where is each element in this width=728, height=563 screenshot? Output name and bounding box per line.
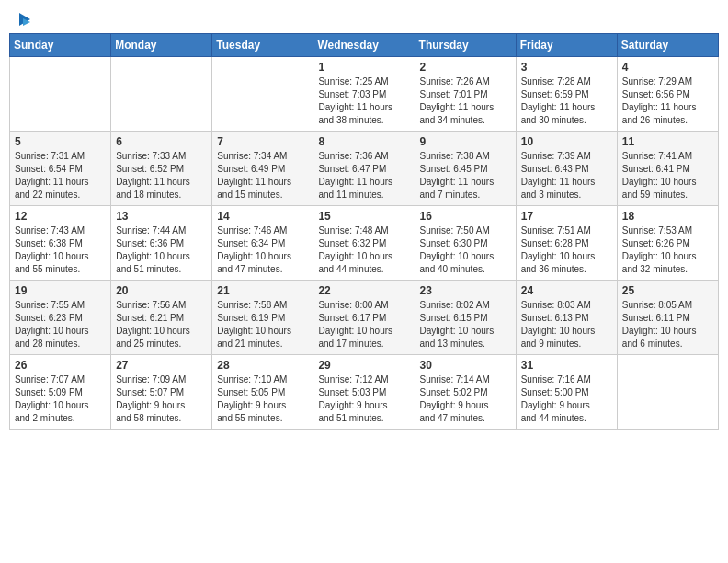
- day-detail: Sunrise: 7:25 AM Sunset: 7:03 PM Dayligh…: [318, 75, 409, 127]
- day-number: 21: [217, 284, 308, 297]
- day-detail: Sunrise: 7:48 AM Sunset: 6:32 PM Dayligh…: [318, 224, 409, 276]
- day-number: 4: [622, 61, 713, 74]
- day-detail: Sunrise: 7:58 AM Sunset: 6:19 PM Dayligh…: [217, 299, 308, 350]
- day-detail: Sunrise: 8:02 AM Sunset: 6:15 PM Dayligh…: [420, 299, 511, 350]
- calendar-cell: [212, 57, 313, 132]
- calendar-cell: 6Sunrise: 7:33 AM Sunset: 6:52 PM Daylig…: [111, 132, 212, 206]
- calendar-cell: [111, 57, 212, 132]
- weekday-header: Sunday: [10, 34, 111, 57]
- calendar-cell: 13Sunrise: 7:44 AM Sunset: 6:36 PM Dayli…: [111, 206, 212, 281]
- calendar-cell: 23Sunrise: 8:02 AM Sunset: 6:15 PM Dayli…: [415, 281, 516, 355]
- day-detail: Sunrise: 7:43 AM Sunset: 6:38 PM Dayligh…: [15, 224, 106, 276]
- day-detail: Sunrise: 7:14 AM Sunset: 5:02 PM Dayligh…: [420, 373, 511, 425]
- calendar-cell: 30Sunrise: 7:14 AM Sunset: 5:02 PM Dayli…: [415, 355, 516, 430]
- day-number: 6: [116, 135, 207, 148]
- calendar-week-row: 19Sunrise: 7:55 AM Sunset: 6:23 PM Dayli…: [10, 281, 719, 355]
- day-number: 14: [217, 210, 308, 223]
- day-number: 22: [318, 284, 409, 297]
- day-number: 1: [318, 61, 409, 74]
- day-detail: Sunrise: 7:39 AM Sunset: 6:43 PM Dayligh…: [521, 150, 612, 201]
- logo: [13, 9, 34, 26]
- day-number: 30: [420, 359, 511, 372]
- calendar-cell: 3Sunrise: 7:28 AM Sunset: 6:59 PM Daylig…: [516, 57, 617, 132]
- calendar-cell: 25Sunrise: 8:05 AM Sunset: 6:11 PM Dayli…: [617, 281, 718, 355]
- calendar-cell: 10Sunrise: 7:39 AM Sunset: 6:43 PM Dayli…: [516, 132, 617, 206]
- calendar-cell: 28Sunrise: 7:10 AM Sunset: 5:05 PM Dayli…: [212, 355, 313, 430]
- day-detail: Sunrise: 7:26 AM Sunset: 7:01 PM Dayligh…: [420, 75, 511, 127]
- calendar-cell: 26Sunrise: 7:07 AM Sunset: 5:09 PM Dayli…: [10, 355, 111, 430]
- day-number: 16: [420, 210, 511, 223]
- calendar-cell: 29Sunrise: 7:12 AM Sunset: 5:03 PM Dayli…: [313, 355, 415, 430]
- calendar-cell: 7Sunrise: 7:34 AM Sunset: 6:49 PM Daylig…: [212, 132, 313, 206]
- weekday-header: Wednesday: [313, 34, 415, 57]
- day-number: 17: [521, 210, 612, 223]
- calendar-cell: 20Sunrise: 7:56 AM Sunset: 6:21 PM Dayli…: [111, 281, 212, 355]
- day-detail: Sunrise: 7:29 AM Sunset: 6:56 PM Dayligh…: [622, 75, 713, 127]
- day-detail: Sunrise: 7:31 AM Sunset: 6:54 PM Dayligh…: [15, 150, 106, 201]
- logo-icon: [14, 9, 34, 29]
- day-detail: Sunrise: 7:07 AM Sunset: 5:09 PM Dayligh…: [15, 373, 106, 425]
- page-header: [9, 9, 719, 26]
- calendar-cell: 21Sunrise: 7:58 AM Sunset: 6:19 PM Dayli…: [212, 281, 313, 355]
- day-detail: Sunrise: 7:46 AM Sunset: 6:34 PM Dayligh…: [217, 224, 308, 276]
- day-detail: Sunrise: 7:10 AM Sunset: 5:05 PM Dayligh…: [217, 373, 308, 425]
- day-detail: Sunrise: 7:09 AM Sunset: 5:07 PM Dayligh…: [116, 373, 207, 425]
- day-number: 18: [622, 210, 713, 223]
- day-detail: Sunrise: 7:33 AM Sunset: 6:52 PM Dayligh…: [116, 150, 207, 201]
- day-detail: Sunrise: 7:50 AM Sunset: 6:30 PM Dayligh…: [420, 224, 511, 276]
- day-number: 23: [420, 284, 511, 297]
- day-detail: Sunrise: 7:55 AM Sunset: 6:23 PM Dayligh…: [15, 299, 106, 350]
- day-detail: Sunrise: 7:41 AM Sunset: 6:41 PM Dayligh…: [622, 150, 713, 201]
- day-number: 20: [116, 284, 207, 297]
- calendar-cell: 2Sunrise: 7:26 AM Sunset: 7:01 PM Daylig…: [415, 57, 516, 132]
- calendar-cell: 9Sunrise: 7:38 AM Sunset: 6:45 PM Daylig…: [415, 132, 516, 206]
- day-number: 10: [521, 135, 612, 148]
- calendar-cell: 4Sunrise: 7:29 AM Sunset: 6:56 PM Daylig…: [617, 57, 718, 132]
- day-number: 7: [217, 135, 308, 148]
- calendar-cell: 27Sunrise: 7:09 AM Sunset: 5:07 PM Dayli…: [111, 355, 212, 430]
- day-number: 24: [521, 284, 612, 297]
- day-number: 8: [318, 135, 409, 148]
- day-detail: Sunrise: 8:00 AM Sunset: 6:17 PM Dayligh…: [318, 299, 409, 350]
- day-number: 12: [15, 210, 106, 223]
- calendar-cell: [617, 355, 718, 430]
- calendar-cell: 18Sunrise: 7:53 AM Sunset: 6:26 PM Dayli…: [617, 206, 718, 281]
- calendar-cell: 15Sunrise: 7:48 AM Sunset: 6:32 PM Dayli…: [313, 206, 415, 281]
- day-detail: Sunrise: 7:38 AM Sunset: 6:45 PM Dayligh…: [420, 150, 511, 201]
- day-number: 11: [622, 135, 713, 148]
- day-detail: Sunrise: 8:03 AM Sunset: 6:13 PM Dayligh…: [521, 299, 612, 350]
- weekday-header: Monday: [111, 34, 212, 57]
- calendar-cell: 22Sunrise: 8:00 AM Sunset: 6:17 PM Dayli…: [313, 281, 415, 355]
- day-number: 19: [15, 284, 106, 297]
- weekday-header: Saturday: [617, 34, 718, 57]
- weekday-header: Tuesday: [212, 34, 313, 57]
- calendar-cell: 12Sunrise: 7:43 AM Sunset: 6:38 PM Dayli…: [10, 206, 111, 281]
- day-number: 3: [521, 61, 612, 74]
- day-number: 29: [318, 359, 409, 372]
- weekday-header-row: SundayMondayTuesdayWednesdayThursdayFrid…: [10, 34, 719, 57]
- day-detail: Sunrise: 7:56 AM Sunset: 6:21 PM Dayligh…: [116, 299, 207, 350]
- calendar-cell: 1Sunrise: 7:25 AM Sunset: 7:03 PM Daylig…: [313, 57, 415, 132]
- calendar-cell: 14Sunrise: 7:46 AM Sunset: 6:34 PM Dayli…: [212, 206, 313, 281]
- calendar-cell: [10, 57, 111, 132]
- day-number: 5: [15, 135, 106, 148]
- day-detail: Sunrise: 7:34 AM Sunset: 6:49 PM Dayligh…: [217, 150, 308, 201]
- weekday-header: Friday: [516, 34, 617, 57]
- calendar-cell: 17Sunrise: 7:51 AM Sunset: 6:28 PM Dayli…: [516, 206, 617, 281]
- weekday-header: Thursday: [415, 34, 516, 57]
- day-detail: Sunrise: 7:51 AM Sunset: 6:28 PM Dayligh…: [521, 224, 612, 276]
- calendar-week-row: 26Sunrise: 7:07 AM Sunset: 5:09 PM Dayli…: [10, 355, 719, 430]
- day-detail: Sunrise: 8:05 AM Sunset: 6:11 PM Dayligh…: [622, 299, 713, 350]
- day-number: 2: [420, 61, 511, 74]
- day-detail: Sunrise: 7:36 AM Sunset: 6:47 PM Dayligh…: [318, 150, 409, 201]
- calendar-week-row: 12Sunrise: 7:43 AM Sunset: 6:38 PM Dayli…: [10, 206, 719, 281]
- calendar-cell: 19Sunrise: 7:55 AM Sunset: 6:23 PM Dayli…: [10, 281, 111, 355]
- day-number: 9: [420, 135, 511, 148]
- day-number: 27: [116, 359, 207, 372]
- calendar-week-row: 5Sunrise: 7:31 AM Sunset: 6:54 PM Daylig…: [10, 132, 719, 206]
- calendar-cell: 5Sunrise: 7:31 AM Sunset: 6:54 PM Daylig…: [10, 132, 111, 206]
- day-number: 26: [15, 359, 106, 372]
- day-detail: Sunrise: 7:44 AM Sunset: 6:36 PM Dayligh…: [116, 224, 207, 276]
- calendar-table: SundayMondayTuesdayWednesdayThursdayFrid…: [9, 33, 719, 430]
- day-detail: Sunrise: 7:28 AM Sunset: 6:59 PM Dayligh…: [521, 75, 612, 127]
